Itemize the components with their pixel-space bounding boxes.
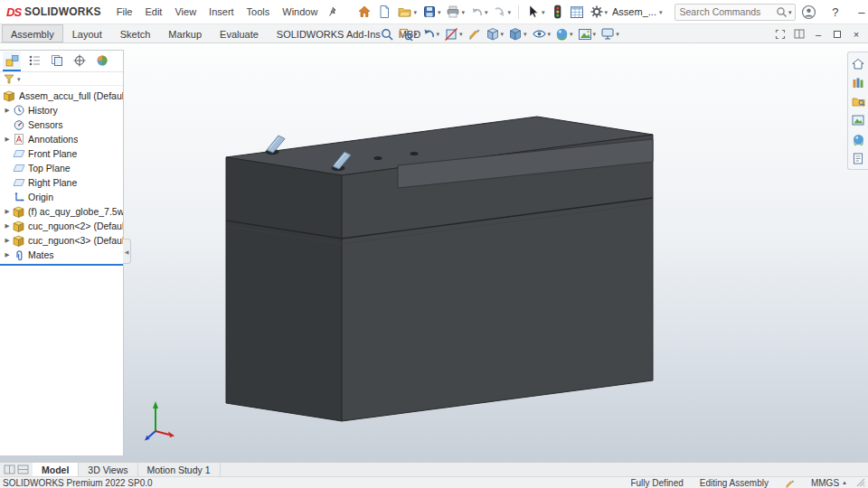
print-caret-icon[interactable]: ▾ [461,9,465,15]
tab-markup[interactable]: Markup [159,24,211,42]
selection-filter-button[interactable] [548,2,567,22]
zoom-area-icon[interactable]: ▾ [397,25,420,42]
previous-view-caret-icon[interactable]: ▾ [437,31,440,37]
section-caret-icon[interactable]: ▾ [459,31,463,37]
doc-restore-button[interactable] [829,26,845,42]
previous-view-icon[interactable]: ▾ [420,25,442,42]
menu-edit[interactable]: Edit [138,3,168,21]
rebuild-button[interactable]: ▾ [490,2,514,22]
bom-table-button[interactable] [567,2,587,22]
document-caret-icon[interactable]: ▾ [659,9,663,15]
tree-item-component-1[interactable]: ▶ (f) ac_quy_globe_7.5w<2 [0,204,123,219]
tab-featuremanager-tree[interactable] [3,52,21,71]
save-button[interactable]: ▾ [420,2,444,22]
tab-layout[interactable]: Layout [63,24,111,42]
tab-motion-study-1[interactable]: Motion Study 1 [138,463,221,476]
apply-scene-icon[interactable]: ▾ [576,25,599,42]
graphics-area[interactable]: ▾ Assem_accu_full (Default) <D ▶ History… [0,43,868,462]
appearances-scenes-icon[interactable] [850,132,866,146]
view-settings-caret-icon[interactable]: ▾ [616,31,619,37]
new-document-button[interactable] [374,2,394,22]
menu-view[interactable]: View [168,3,203,21]
split-vertical-icon[interactable] [17,465,29,474]
tree-item-right-plane[interactable]: Right Plane [0,175,123,190]
tab-display-manager[interactable] [93,52,111,71]
options-caret-icon[interactable]: ▾ [605,9,609,15]
minimize-button[interactable]: – [848,1,868,23]
display-style-caret-icon[interactable]: ▾ [524,31,527,37]
hide-show-caret-icon[interactable]: ▾ [548,31,552,37]
tab-dimxpert-manager[interactable] [71,52,89,71]
undo-button[interactable]: ▾ [467,2,491,22]
panel-collapse-handle[interactable]: ◀ [123,239,131,264]
filter-caret-icon[interactable]: ▾ [17,76,21,82]
filter-funnel-icon[interactable] [4,74,14,84]
select-tool-button[interactable]: ▾ [524,2,548,22]
search-icon[interactable] [776,6,788,18]
tree-item-annotations[interactable]: ▶ Annotations [0,132,123,146]
display-style-icon[interactable]: ▾ [506,25,529,42]
tree-item-sensors[interactable]: Sensors [0,117,123,132]
expand-caret-icon[interactable]: ▶ [3,208,12,215]
expand-caret-icon[interactable]: ▶ [3,107,12,114]
resize-grip-icon[interactable] [856,478,865,487]
hide-show-items-icon[interactable]: ▾ [530,25,553,42]
login-account-icon[interactable] [796,1,822,23]
dynamic-annotation-icon[interactable] [466,25,483,42]
split-horizontal-icon[interactable] [4,465,15,474]
tree-splitter-bar[interactable] [0,264,123,266]
expand-caret-icon[interactable]: ▶ [3,136,12,143]
home-tab-icon[interactable] [850,56,866,70]
tree-item-front-plane[interactable]: Front Plane [0,146,123,161]
doc-close-button[interactable]: × [848,26,864,42]
tab-configuration-manager[interactable] [48,52,66,71]
expand-pane-icon[interactable] [772,26,788,42]
zoom-fit-icon[interactable] [378,25,396,42]
menu-window[interactable]: Window [276,3,324,21]
tree-item-top-plane[interactable]: Top Plane [0,161,123,175]
zoom-caret-icon[interactable]: ▾ [414,31,418,37]
tree-item-history[interactable]: ▶ History [0,103,123,117]
doc-minimize-button[interactable]: – [810,26,826,42]
undo-caret-icon[interactable]: ▾ [485,9,488,15]
orientation-caret-icon[interactable]: ▾ [501,31,505,37]
section-view-icon[interactable]: ▾ [442,25,465,42]
expand-caret-icon[interactable]: ▶ [3,222,12,230]
document-dropdown[interactable]: Assem_... [612,6,656,17]
tree-item-mates[interactable]: ▶ Mates [0,248,123,262]
search-caret-icon[interactable]: ▾ [788,9,792,15]
tab-3d-views[interactable]: 3D Views [79,463,137,476]
print-button[interactable]: ▾ [443,2,467,22]
view-palette-icon[interactable] [850,113,866,127]
pin-menu-icon[interactable] [327,6,338,17]
expand-caret-icon[interactable]: ▶ [3,237,12,244]
file-explorer-icon[interactable] [850,94,866,108]
tree-item-root[interactable]: Assem_accu_full (Default) <D [0,89,123,103]
tree-item-component-3[interactable]: ▶ cuc_nguon<3> (Default) [0,233,123,248]
custom-properties-icon[interactable] [850,151,866,165]
menu-file[interactable]: File [110,3,139,21]
menu-tools[interactable]: Tools [241,3,277,21]
battery-end-face[interactable] [226,157,342,421]
tab-sketch[interactable]: Sketch [111,24,160,42]
select-caret-icon[interactable]: ▾ [542,9,545,15]
rebuild-caret-icon[interactable]: ▾ [507,9,511,15]
tree-item-origin[interactable]: Origin [0,190,123,204]
edit-appearance-icon[interactable]: ▾ [553,25,575,42]
search-input[interactable] [679,6,775,17]
expand-caret-icon[interactable]: ▶ [3,251,12,258]
scene-caret-icon[interactable]: ▾ [593,31,597,37]
open-caret-icon[interactable]: ▾ [413,9,417,15]
tab-model[interactable]: Model [33,463,79,476]
menu-insert[interactable]: Insert [203,3,241,21]
appearance-caret-icon[interactable]: ▾ [570,31,573,37]
options-button[interactable]: ▾ [587,2,611,22]
pane-layout-icon[interactable] [791,26,807,42]
help-button[interactable]: ? [822,1,848,23]
unit-system-selector[interactable]: MMGS▲ [811,478,847,488]
tab-assembly[interactable]: Assembly [2,24,63,42]
tab-solidworks-add-ins[interactable]: SOLIDWORKS Add-Ins [268,24,390,42]
open-button[interactable]: ▾ [394,2,420,22]
tab-evaluate[interactable]: Evaluate [211,24,268,42]
home-button[interactable] [354,2,374,22]
